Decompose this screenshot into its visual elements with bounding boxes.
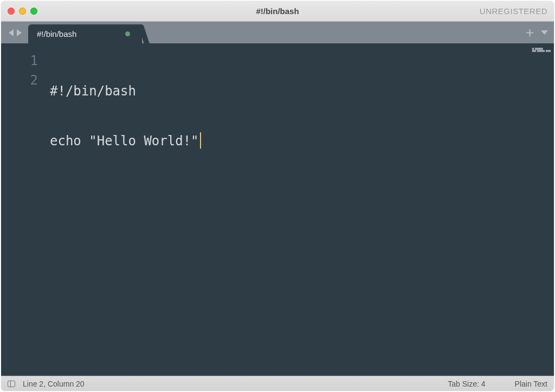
tab-active[interactable]: #!/bin/bash xyxy=(28,24,142,43)
code-line: echo "Hello World!" xyxy=(50,131,554,151)
new-tab-icon[interactable] xyxy=(526,29,534,37)
code-content[interactable]: #!/bin/bash echo "Hello World!" xyxy=(50,43,554,376)
editor-window: #!/bin/bash UNREGISTERED #!/bin/bash 1 2… xyxy=(1,1,554,391)
close-icon[interactable] xyxy=(8,8,15,15)
line-number-gutter: 1 2 xyxy=(1,43,50,376)
nav-history xyxy=(4,22,28,43)
syntax-mode[interactable]: Plain Text xyxy=(515,380,547,388)
minimize-icon[interactable] xyxy=(19,8,26,15)
maximize-icon[interactable] xyxy=(30,8,37,15)
nav-forward-icon[interactable] xyxy=(16,29,23,37)
status-bar: Line 2, Column 20 Tab Size: 4 Plain Text xyxy=(1,376,554,391)
window-controls xyxy=(8,8,37,15)
tab-size[interactable]: Tab Size: 4 xyxy=(448,380,485,388)
cursor-position[interactable]: Line 2, Column 20 xyxy=(23,380,85,388)
line-number: 2 xyxy=(1,70,38,90)
editor-area[interactable]: 1 2 #!/bin/bash echo "Hello World!" ██ █… xyxy=(1,43,554,376)
line-number: 1 xyxy=(1,51,38,70)
tab-menu-icon[interactable] xyxy=(540,29,548,36)
nav-back-icon[interactable] xyxy=(8,29,15,37)
code-line: #!/bin/bash xyxy=(50,81,554,101)
window-title: #!/bin/bash xyxy=(1,7,554,16)
panel-toggle-icon[interactable] xyxy=(8,381,15,387)
tab-bar: #!/bin/bash xyxy=(1,22,554,43)
titlebar: #!/bin/bash UNREGISTERED xyxy=(1,1,554,22)
tab-bar-actions xyxy=(526,22,554,43)
registration-status: UNREGISTERED xyxy=(480,7,547,16)
text-cursor xyxy=(200,132,201,149)
dirty-indicator-icon xyxy=(125,31,130,36)
tab-label: #!/bin/bash xyxy=(37,29,76,38)
